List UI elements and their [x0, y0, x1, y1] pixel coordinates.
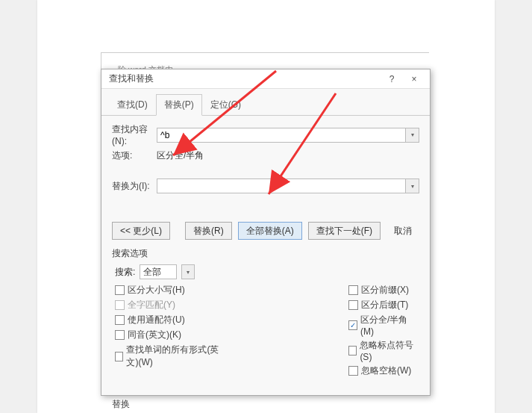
checkbox-prefix[interactable] — [348, 285, 358, 295]
find-input[interactable] — [157, 128, 406, 143]
less-button[interactable]: << 更少(L) — [112, 222, 170, 240]
check-case-label: 区分大小写(H) — [128, 284, 185, 296]
search-options-title: 搜索选项 — [101, 246, 430, 261]
replace-section-title: 替换 — [101, 397, 430, 412]
replace-label: 替换为(I): — [112, 180, 157, 193]
check-sounds-label: 同音(英文)(K) — [128, 329, 181, 341]
dialog-titlebar: 查找和替换 ? × — [101, 69, 430, 89]
search-direction-combo[interactable]: 全部 — [140, 264, 177, 279]
checkbox-wholeword — [115, 300, 125, 310]
tab-goto[interactable]: 定位(G) — [202, 94, 249, 116]
find-replace-dialog: 查找和替换 ? × 查找(D) 替换(P) 定位(G) 查找内容(N): ▾ 选… — [101, 69, 431, 396]
checkbox-suffix[interactable] — [348, 300, 358, 310]
tab-replace[interactable]: 替换(P) — [156, 94, 202, 116]
search-options: 搜索: 全部 ▾ 区分大小写(H) 全字匹配(Y) 使用通配符(U) 同音(英文… — [101, 261, 430, 380]
check-fullhalf-label: 区分全/半角(M) — [360, 314, 416, 337]
checkbox-allforms[interactable] — [115, 352, 123, 361]
checkbox-fullhalf[interactable]: ✓ — [348, 320, 357, 330]
help-button[interactable]: ? — [381, 72, 403, 87]
find-label: 查找内容(N): — [112, 123, 157, 146]
check-punct-label: 忽略标点符号(S) — [360, 339, 416, 362]
cancel-button[interactable]: 取消 — [387, 222, 419, 240]
checkbox-space[interactable] — [348, 366, 358, 376]
options-value: 区分全/半角 — [157, 149, 204, 162]
check-space-label: 忽略空格(W) — [361, 364, 411, 377]
checkbox-sounds[interactable] — [115, 330, 125, 340]
dialog-title: 查找和替换 — [109, 72, 381, 85]
replace-dropdown-icon[interactable]: ▾ — [406, 178, 419, 193]
dialog-tabs: 查找(D) 替换(P) 定位(G) — [101, 89, 430, 116]
find-dropdown-icon[interactable]: ▾ — [406, 128, 419, 143]
form-area: 查找内容(N): ▾ 选项: 区分全/半角 替换为(I): ▾ — [101, 116, 430, 199]
checkbox-wildcard[interactable] — [115, 315, 125, 325]
search-direction-label: 搜索: — [115, 266, 135, 279]
check-wildcard-label: 使用通配符(U) — [128, 314, 185, 326]
checkbox-punct[interactable] — [348, 346, 357, 355]
action-button-row: << 更少(L) 替换(R) 全部替换(A) 查找下一处(F) 取消 — [101, 219, 430, 246]
search-direction-dropdown-icon[interactable]: ▾ — [181, 264, 195, 279]
tab-find[interactable]: 查找(D) — [109, 94, 156, 116]
replace-button[interactable]: 替换(R) — [185, 222, 232, 240]
check-prefix-label: 区分前缀(X) — [361, 284, 409, 296]
checkbox-case[interactable] — [115, 285, 125, 295]
check-wholeword-label: 全字匹配(Y) — [128, 299, 175, 311]
check-suffix-label: 区分后缀(T) — [361, 299, 408, 311]
replace-all-button[interactable]: 全部替换(A) — [238, 222, 302, 240]
options-label: 选项: — [112, 149, 157, 162]
close-button[interactable]: × — [403, 72, 425, 87]
replace-input[interactable] — [157, 178, 406, 193]
check-allforms-label: 查找单词的所有形式(英文)(W) — [126, 344, 228, 369]
find-next-button[interactable]: 查找下一处(F) — [308, 222, 381, 240]
